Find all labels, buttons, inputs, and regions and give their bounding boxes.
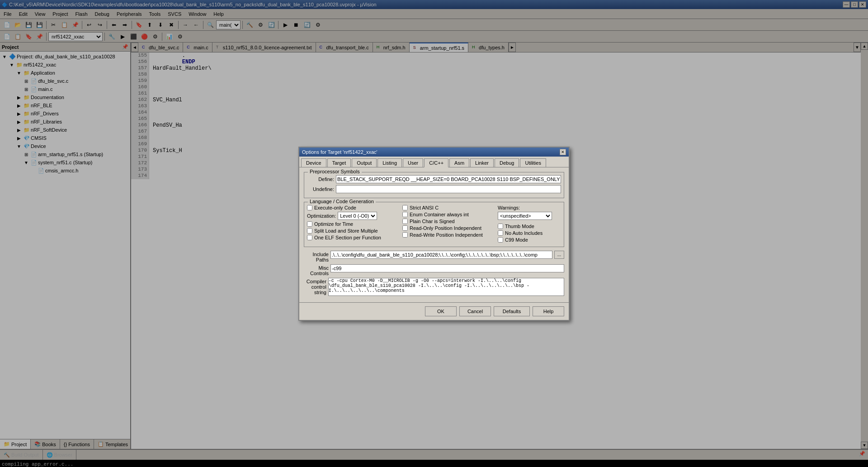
split-load-label: Split Load and Store Multiple bbox=[314, 228, 378, 234]
modal-body: Preprocessor Symbols Define: Undefine: L… bbox=[299, 167, 569, 302]
optimization-select[interactable]: Level 0 (-O0) bbox=[338, 212, 377, 220]
compiler-control-textarea[interactable]: -c -cpu Cortex-M0 -D__MICROLIB -g -O0 --… bbox=[328, 278, 564, 296]
optimize-time-row: Optimize for Time bbox=[307, 221, 399, 227]
misc-controls-input[interactable] bbox=[330, 264, 564, 272]
optimize-time-check[interactable] bbox=[307, 221, 312, 227]
language-label: Language / Code Generation bbox=[308, 199, 376, 204]
modal-tab-listing[interactable]: Listing bbox=[377, 158, 402, 167]
strict-ansi-check[interactable] bbox=[402, 205, 408, 210]
one-elf-row: One ELF Section per Function bbox=[307, 235, 399, 240]
execute-only-label: Execute-only Code bbox=[314, 205, 356, 210]
help-button[interactable]: Help bbox=[533, 306, 564, 316]
modal-tab-linker[interactable]: Linker bbox=[470, 158, 494, 167]
plain-char-label: Plain Char is Signed bbox=[410, 219, 455, 224]
misc-controls-row: Misc Controls bbox=[304, 264, 564, 276]
enum-container-check[interactable] bbox=[402, 212, 408, 217]
modal-tab-device[interactable]: Device bbox=[301, 158, 326, 167]
read-write-pos-row: Read-Write Position Independent bbox=[402, 232, 494, 238]
thumb-mode-row: Thumb Mode bbox=[498, 224, 561, 229]
options-dialog: Options for Target 'nrf51422_xxac' ✕ Dev… bbox=[298, 147, 570, 321]
warnings-title: Warnings: bbox=[498, 205, 561, 210]
read-only-pos-label: Read-Only Position Independent bbox=[410, 225, 481, 231]
modal-tab-debug[interactable]: Debug bbox=[495, 158, 519, 167]
modal-tab-target[interactable]: Target bbox=[327, 158, 351, 167]
read-only-pos-row: Read-Only Position Independent bbox=[402, 225, 494, 231]
plain-char-row: Plain Char is Signed bbox=[402, 219, 494, 224]
c99-mode-label: C99 Mode bbox=[505, 237, 528, 243]
c99-mode-row: C99 Mode bbox=[498, 237, 561, 243]
modal-overlay: Options for Target 'nrf51422_xxac' ✕ Dev… bbox=[0, 0, 868, 467]
include-paths-label: Include Paths bbox=[304, 251, 329, 262]
enum-container-row: Enum Container always int bbox=[402, 212, 494, 217]
modal-tab-output[interactable]: Output bbox=[352, 158, 377, 167]
misc-controls-label: Misc Controls bbox=[304, 264, 329, 276]
define-input[interactable] bbox=[336, 175, 561, 183]
split-load-check[interactable] bbox=[307, 228, 312, 234]
modal-tab-utilities[interactable]: Utilities bbox=[520, 158, 546, 167]
optimize-time-label: Optimize for Time bbox=[314, 221, 353, 227]
compiler-control-label: Compiler control string bbox=[304, 278, 326, 295]
no-auto-includes-check[interactable] bbox=[498, 230, 503, 236]
preprocessor-section: Preprocessor Symbols Define: Undefine: bbox=[304, 172, 564, 198]
opt-label: Optimization: bbox=[307, 213, 336, 219]
lang-section-layout: Execute-only Code Optimization: Level 0 … bbox=[307, 205, 561, 244]
optimization-row: Optimization: Level 0 (-O0) bbox=[307, 212, 399, 220]
execute-only-row: Execute-only Code bbox=[307, 205, 399, 210]
split-load-row: Split Load and Store Multiple bbox=[307, 228, 399, 234]
language-section: Language / Code Generation Execute-only … bbox=[304, 202, 564, 247]
c99-mode-check[interactable] bbox=[498, 237, 503, 243]
modal-tab-user[interactable]: User bbox=[403, 158, 423, 167]
include-paths-section: Include Paths ... Misc Controls Compiler… bbox=[304, 251, 564, 296]
modal-title-text: Options for Target 'nrf51422_xxac' bbox=[302, 149, 377, 155]
thumb-mode-label: Thumb Mode bbox=[505, 224, 534, 229]
include-paths-input[interactable] bbox=[330, 251, 552, 259]
lang-mid-col: Strict ANSI C Enum Container always int … bbox=[402, 205, 494, 244]
enum-container-label: Enum Container always int bbox=[410, 212, 469, 217]
lang-left-col: Execute-only Code Optimization: Level 0 … bbox=[307, 205, 399, 244]
modal-buttons: OK Cancel Defaults Help bbox=[299, 302, 569, 320]
read-write-pos-label: Read-Write Position Independent bbox=[410, 232, 483, 238]
modal-tab-asm[interactable]: Asm bbox=[449, 158, 469, 167]
strict-ansi-row: Strict ANSI C bbox=[402, 205, 494, 210]
modal-title-bar: Options for Target 'nrf51422_xxac' ✕ bbox=[299, 148, 569, 157]
define-row: Define: bbox=[307, 175, 561, 183]
preprocessor-label: Preprocessor Symbols bbox=[308, 169, 362, 174]
defaults-button[interactable]: Defaults bbox=[494, 306, 530, 316]
lang-right-col: Warnings: <unspecified> Thumb Mode N bbox=[498, 205, 561, 244]
no-auto-includes-label: No Auto Includes bbox=[505, 230, 542, 236]
define-label: Define: bbox=[307, 176, 334, 182]
include-paths-row: Include Paths ... bbox=[304, 251, 564, 262]
modal-close-button[interactable]: ✕ bbox=[560, 149, 566, 155]
modal-tab-bar: Device Target Output Listing User C/C++ … bbox=[299, 157, 569, 167]
include-browse-button[interactable]: ... bbox=[554, 251, 564, 259]
undefine-label: Undefine: bbox=[307, 186, 334, 192]
plain-char-check[interactable] bbox=[402, 219, 408, 224]
thumb-mode-check[interactable] bbox=[498, 224, 503, 229]
cancel-button[interactable]: Cancel bbox=[459, 306, 491, 316]
compiler-control-row: Compiler control string -c -cpu Cortex-M… bbox=[304, 278, 564, 296]
warnings-select[interactable]: <unspecified> bbox=[498, 212, 552, 220]
read-only-pos-check[interactable] bbox=[402, 225, 408, 231]
read-write-pos-check[interactable] bbox=[402, 232, 408, 238]
undefine-row: Undefine: bbox=[307, 185, 561, 193]
no-auto-includes-row: No Auto Includes bbox=[498, 230, 561, 236]
modal-tab-cc[interactable]: C/C++ bbox=[424, 158, 448, 167]
one-elf-label: One ELF Section per Function bbox=[314, 235, 381, 240]
ok-button[interactable]: OK bbox=[425, 306, 457, 316]
execute-only-check[interactable] bbox=[307, 205, 312, 210]
one-elf-check[interactable] bbox=[307, 235, 312, 240]
undefine-input[interactable] bbox=[336, 185, 561, 193]
strict-ansi-label: Strict ANSI C bbox=[410, 205, 439, 210]
